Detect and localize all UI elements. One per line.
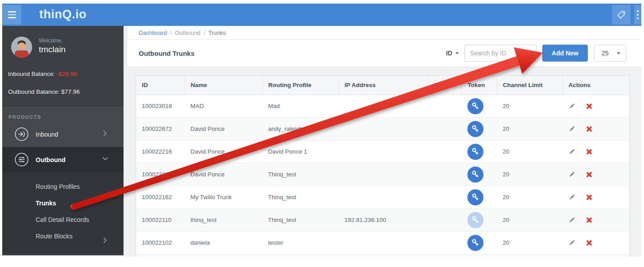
inbound-balance: Inbound Balance: -$28.98 bbox=[8, 71, 77, 77]
delete-x-icon bbox=[586, 149, 592, 155]
kebab-menu-icon[interactable] bbox=[634, 5, 641, 25]
trunk-id: 100022110 bbox=[136, 209, 185, 231]
key-icon bbox=[471, 170, 480, 179]
routing-profile: Thinq_test bbox=[262, 209, 339, 231]
routing-profile: Thinq_test bbox=[262, 163, 339, 186]
token-button[interactable] bbox=[467, 189, 483, 205]
top-bar: thinQ.io bbox=[2, 4, 641, 26]
caret-down-icon bbox=[617, 52, 620, 54]
pencil-icon bbox=[568, 148, 575, 155]
trunk-id: 100022216 bbox=[136, 140, 185, 163]
panel-body: IDNameRouting ProfileIP AddressPrefixTok… bbox=[124, 67, 641, 257]
sidebar-item-inbound[interactable]: Inbound bbox=[2, 121, 124, 147]
channel-limit: 20 bbox=[497, 140, 562, 163]
routing-profile: tester bbox=[262, 231, 339, 254]
key-icon bbox=[471, 102, 480, 111]
token-button[interactable] bbox=[467, 235, 483, 251]
sidebar-subitem-trunks[interactable]: Trunks bbox=[2, 195, 124, 212]
trunk-id: 100022672 bbox=[136, 117, 185, 140]
delete-button[interactable] bbox=[586, 240, 592, 246]
edit-button[interactable] bbox=[568, 125, 575, 133]
key-icon bbox=[471, 147, 480, 156]
sidebar-item-label: Outbound bbox=[36, 156, 66, 163]
sidebar-subitem-call-detail-records[interactable]: Call Detail Records bbox=[2, 212, 124, 228]
token-button[interactable] bbox=[467, 98, 483, 114]
trunk-name: My Twilio Trunk bbox=[185, 186, 262, 209]
caret-down-icon bbox=[455, 52, 459, 54]
sidebar-subitem-route-blocks[interactable]: Route Blocks bbox=[2, 228, 124, 245]
trunk-id: 100022162 bbox=[136, 186, 185, 209]
table-row: 100022110thinq_testThinq_test192.81.236.… bbox=[136, 209, 629, 231]
avatar[interactable] bbox=[11, 37, 32, 58]
token-button[interactable] bbox=[467, 121, 483, 137]
edit-button[interactable] bbox=[568, 171, 575, 178]
prefix bbox=[428, 163, 462, 186]
edit-button[interactable] bbox=[568, 239, 575, 246]
trunk-name: David Ponce bbox=[185, 117, 262, 140]
prefix bbox=[428, 231, 462, 254]
search-input[interactable] bbox=[464, 45, 537, 62]
trunk-id: 100023018 bbox=[136, 95, 185, 117]
routing-profile: Mad bbox=[262, 95, 339, 117]
edit-button[interactable] bbox=[568, 217, 575, 224]
channel-limit: 20 bbox=[497, 231, 562, 254]
delete-button[interactable] bbox=[586, 217, 592, 223]
token-button[interactable] bbox=[467, 144, 483, 160]
prefix bbox=[428, 254, 462, 257]
breadcrumb-separator: / bbox=[203, 29, 205, 36]
delete-button[interactable] bbox=[586, 171, 592, 178]
token-button[interactable] bbox=[467, 167, 483, 183]
app-window: thinQ.io Welcome, tmclain bbox=[0, 0, 644, 267]
breadcrumb-item-dashboard[interactable]: Dashboard bbox=[139, 29, 167, 36]
delete-button[interactable] bbox=[586, 126, 592, 132]
sidebar-subitem-routing-profiles[interactable]: Routing Profiles bbox=[2, 179, 124, 195]
outbound-balance-value: $77.96 bbox=[61, 88, 79, 95]
pencil-icon bbox=[568, 171, 575, 178]
edit-button[interactable] bbox=[568, 148, 575, 155]
products-section-label: PRODUCTS bbox=[2, 106, 124, 121]
breadcrumb-item-outbound: Outbound bbox=[175, 29, 200, 36]
trunk-name bbox=[185, 254, 262, 257]
chevron-down-icon bbox=[102, 156, 108, 164]
delete-button[interactable] bbox=[586, 103, 592, 109]
page-size-select[interactable]: 25 bbox=[594, 45, 626, 62]
channel-limit: 20 bbox=[497, 163, 562, 186]
add-new-button[interactable]: Add New bbox=[542, 45, 588, 62]
column-header-prefix: Prefix bbox=[428, 76, 462, 95]
user-panel: Welcome, tmclain Inbound Balance: -$28.9… bbox=[2, 26, 124, 106]
prefix bbox=[428, 95, 462, 117]
ip-address bbox=[339, 163, 428, 186]
channel-limit: 20 bbox=[497, 117, 562, 140]
routing-profile: David Ponce 1 bbox=[262, 140, 339, 163]
main-content: Dashboard/Outbound/Trunks Outbound Trunk… bbox=[124, 26, 641, 257]
trunk-name: daniela bbox=[185, 231, 262, 254]
delete-button[interactable] bbox=[586, 149, 592, 155]
sidebar-item-outbound[interactable]: Outbound bbox=[2, 147, 124, 172]
key-icon bbox=[471, 193, 480, 202]
ip-address bbox=[339, 95, 428, 117]
delete-button[interactable] bbox=[586, 194, 592, 200]
breadcrumb-item-trunks: Trunks bbox=[208, 29, 226, 36]
key-icon bbox=[471, 216, 480, 225]
column-header-id: ID bbox=[136, 76, 185, 95]
trunks-table-body: 100023018MADMad20100022672David Ponceand… bbox=[136, 95, 629, 257]
ip-address bbox=[339, 254, 428, 257]
prefix bbox=[428, 209, 462, 231]
trunks-table-card: IDNameRouting ProfileIP AddressPrefixTok… bbox=[136, 75, 630, 257]
outbound-icon bbox=[15, 153, 29, 167]
tag-icon[interactable] bbox=[612, 5, 631, 25]
pencil-icon bbox=[568, 125, 575, 133]
inbound-icon bbox=[15, 127, 29, 141]
ip-address bbox=[339, 140, 428, 163]
pencil-icon bbox=[568, 103, 575, 110]
products-nav: PRODUCTS InboundOutbound Routing Profile… bbox=[2, 106, 124, 254]
hamburger-menu-icon[interactable] bbox=[3, 5, 21, 25]
token-button[interactable] bbox=[467, 212, 483, 228]
table-row: 100022102danielatester20 bbox=[136, 231, 629, 254]
sidebar: Welcome, tmclain Inbound Balance: -$28.9… bbox=[2, 26, 124, 255]
edit-button[interactable] bbox=[568, 194, 575, 201]
search-field-dropdown[interactable]: ID bbox=[446, 50, 459, 57]
delete-x-icon bbox=[586, 126, 592, 132]
delete-x-icon bbox=[586, 240, 592, 246]
edit-button[interactable] bbox=[568, 103, 575, 110]
